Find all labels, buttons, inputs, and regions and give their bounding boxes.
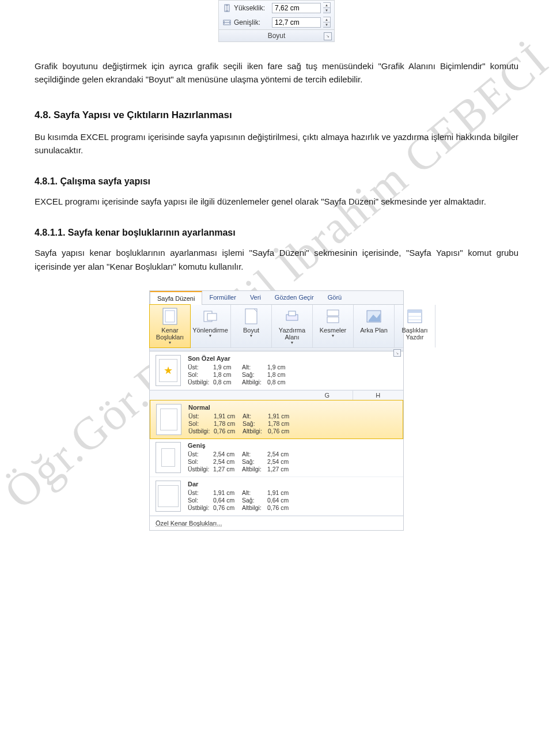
chevron-down-icon: ▼ <box>331 334 335 338</box>
tab-review[interactable]: Gözden Geçir <box>268 291 321 304</box>
background-icon <box>365 308 382 325</box>
preset-title: Dar <box>188 481 397 487</box>
height-label: Yükseklik: <box>234 4 270 12</box>
background-button[interactable]: Arka Plan <box>354 305 395 347</box>
size-group-name: Boyut <box>268 32 286 40</box>
svg-rect-8 <box>289 311 296 316</box>
ribbon-group-name-bar: ↘ <box>150 348 403 351</box>
tab-data[interactable]: Veri <box>243 291 268 304</box>
margins-label: Kenar Boşlukları <box>154 327 185 341</box>
tab-page-layout[interactable]: Sayfa Düzeni <box>150 291 202 305</box>
size-label: Boyut <box>243 327 259 334</box>
orientation-icon <box>202 308 219 325</box>
chevron-down-icon: ▼ <box>209 334 213 338</box>
size-button[interactable]: Boyut ▼ <box>231 305 272 347</box>
ribbon-tabs: Sayfa Düzeni Formüller Veri Gözden Geçir… <box>150 291 403 305</box>
paragraph-4: Sayfa yapısı kenar boşluklarının ayarlan… <box>35 246 518 273</box>
width-input[interactable]: 12,7 cm <box>272 17 321 28</box>
print-area-button[interactable]: Yazdırma Alanı ▼ <box>272 305 313 347</box>
breaks-label: Kesmeler <box>320 327 346 334</box>
tab-formulas[interactable]: Formüller <box>202 291 243 304</box>
print-titles-button[interactable]: Başlıkları Yazdır <box>395 305 435 347</box>
margins-button[interactable]: Kenar Boşlukları ▼ <box>149 304 191 348</box>
custom-margins-item[interactable]: Özel Kenar Boşlukları... <box>150 516 403 530</box>
width-spinner[interactable]: ▲▼ <box>323 17 331 28</box>
preset-thumb-icon <box>156 442 181 473</box>
margin-preset-normal[interactable]: Normal Üst:1,91 cmAlt:1,91 cm Sol:1,78 c… <box>150 400 403 439</box>
size-dialog-launcher-icon[interactable]: ↘ <box>324 32 332 40</box>
preset-title: Normal <box>188 404 397 411</box>
preset-thumb-icon <box>156 355 181 386</box>
group-dialog-launcher-icon[interactable]: ↘ <box>393 349 401 357</box>
print-titles-icon <box>406 308 423 325</box>
svg-rect-10 <box>327 317 339 323</box>
chevron-down-icon: ▼ <box>249 334 253 338</box>
page-size-icon <box>243 308 260 325</box>
height-input[interactable]: 7,62 cm <box>272 3 321 13</box>
margin-preset-wide[interactable]: Geniş Üst:2,54 cmAlt:2,54 cm Sol:2,54 cm… <box>150 439 403 477</box>
sheet-column-headers: G H <box>150 390 403 400</box>
width-icon <box>222 18 232 27</box>
preset-thumb-icon <box>156 481 181 512</box>
paragraph-2: Bu kısımda EXCEL programı içerisinde say… <box>35 130 518 157</box>
heading-4-8: 4.8. Sayfa Yapısı ve Çıktıların Hazırlan… <box>35 109 518 121</box>
svg-rect-5 <box>207 313 217 320</box>
height-spinner[interactable]: ▲▼ <box>323 2 331 13</box>
print-titles-label: Başlıkları Yazdır <box>399 327 430 341</box>
preset-title: Son Özel Ayar <box>188 355 397 362</box>
margin-preset-narrow[interactable]: Dar Üst:1,91 cmAlt:1,91 cm Sol:0,64 cmSa… <box>150 477 403 516</box>
preset-thumb-icon <box>156 404 181 435</box>
preset-title: Geniş <box>188 442 397 449</box>
margins-dropdown: Son Özel Ayar Üst:1,9 cmAlt:1,9 cm Sol:1… <box>150 351 403 530</box>
width-label: Genişlik: <box>234 18 270 27</box>
svg-rect-6 <box>245 309 257 324</box>
tab-view[interactable]: Görü <box>321 291 349 304</box>
breaks-button[interactable]: Kesmeler ▼ <box>313 305 354 347</box>
print-area-icon <box>283 308 301 325</box>
orientation-label: Yönlendirme <box>192 327 228 334</box>
svg-rect-14 <box>408 310 422 313</box>
background-label: Arka Plan <box>360 327 388 334</box>
chevron-down-icon: ▼ <box>168 341 172 345</box>
heading-4-8-1-1: 4.8.1.1. Sayfa kenar boşluklarının ayarl… <box>35 228 518 238</box>
breaks-icon <box>324 308 342 325</box>
height-icon <box>222 3 232 13</box>
chevron-down-icon: ▼ <box>290 341 294 345</box>
page-layout-ribbon: Sayfa Düzeni Formüller Veri Gözden Geçir… <box>149 290 404 531</box>
heading-4-8-1: 4.8.1. Çalışma sayfa yapısı <box>35 176 518 187</box>
margins-icon <box>161 308 179 325</box>
col-g: G <box>302 391 353 400</box>
orientation-button[interactable]: Yönlendirme ▼ <box>190 305 231 347</box>
print-area-label: Yazdırma Alanı <box>276 327 308 341</box>
paragraph-3: EXCEL programı içerisinde sayfa yapısı i… <box>35 195 518 208</box>
paragraph-1: Grafik boyutunu değiştirmek için ayrıca … <box>35 59 518 86</box>
col-h: H <box>353 391 404 400</box>
size-group-panel: Yükseklik: 7,62 cm ▲▼ Genişlik: 12,7 cm … <box>218 0 335 42</box>
svg-rect-9 <box>327 310 339 316</box>
margin-preset-last-custom[interactable]: Son Özel Ayar Üst:1,9 cmAlt:1,9 cm Sol:1… <box>150 351 403 390</box>
